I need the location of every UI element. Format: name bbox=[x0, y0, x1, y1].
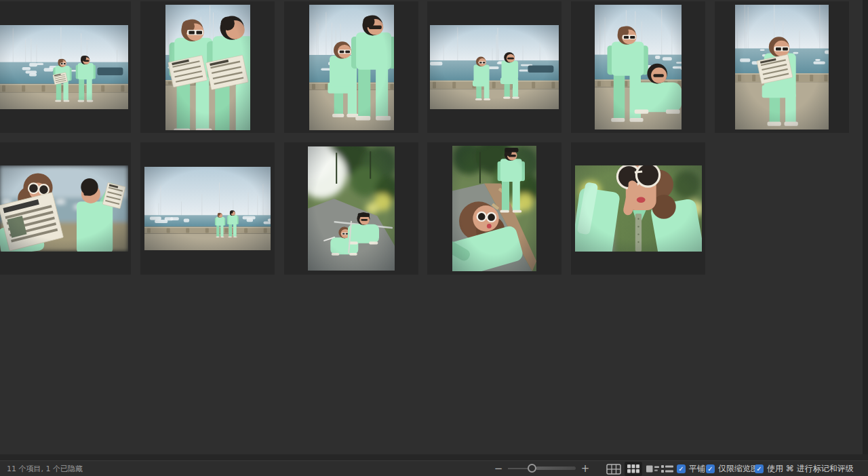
photo-cell[interactable] bbox=[284, 142, 418, 275]
checkbox-tile-label: 平铺 bbox=[689, 463, 705, 475]
photo-thumbnail bbox=[595, 5, 682, 130]
zoom-slider-track-left bbox=[508, 468, 528, 469]
checkmark-icon: ✓ bbox=[755, 464, 764, 473]
photo-cell[interactable] bbox=[427, 142, 561, 275]
photo-thumbnail bbox=[308, 146, 395, 271]
photo-cell[interactable] bbox=[715, 1, 849, 133]
checkbox-use-cmd-rating-label: 使用 ⌘ 进行标记和评级 bbox=[767, 463, 854, 475]
photo-cell[interactable] bbox=[0, 1, 131, 133]
zoom-out-button[interactable]: − bbox=[493, 461, 504, 476]
zoom-slider-track-right bbox=[536, 467, 576, 470]
photo-cell[interactable] bbox=[571, 142, 705, 275]
thumbnail-grid-icon bbox=[627, 464, 639, 473]
checkbox-thumbnails-only[interactable]: ✓ 仅限缩览图 bbox=[706, 461, 759, 476]
thumbnail-info-icon bbox=[646, 464, 659, 473]
grid-overlay-icon bbox=[606, 464, 621, 475]
photo-cell[interactable] bbox=[571, 1, 705, 133]
list-view-icon bbox=[661, 464, 673, 473]
checkmark-icon: ✓ bbox=[677, 464, 686, 473]
photo-cell[interactable] bbox=[0, 142, 131, 275]
thumbnail-grid bbox=[0, 0, 868, 454]
items-count-label: 11 个项目, 1 个已隐藏 bbox=[7, 464, 83, 474]
scrollbar-track[interactable] bbox=[863, 0, 868, 454]
view-list-button[interactable] bbox=[658, 462, 676, 476]
photo-thumbnail bbox=[735, 5, 829, 130]
photo-thumbnail bbox=[309, 5, 394, 130]
grid-overlay-button[interactable] bbox=[604, 462, 623, 476]
zoom-in-button[interactable]: + bbox=[580, 461, 591, 476]
checkbox-use-cmd-rating[interactable]: ✓ 使用 ⌘ 进行标记和评级 bbox=[755, 461, 854, 476]
photo-cell[interactable] bbox=[427, 1, 561, 133]
photo-cell[interactable] bbox=[140, 1, 275, 133]
photo-thumbnail bbox=[0, 25, 128, 109]
photo-cell[interactable] bbox=[140, 142, 275, 275]
thumbnail-zoom-control: − + bbox=[493, 461, 591, 476]
checkbox-tile[interactable]: ✓ 平铺 bbox=[677, 461, 705, 476]
status-bar: 11 个项目, 1 个已隐藏 − + bbox=[0, 460, 868, 476]
zoom-slider[interactable] bbox=[508, 461, 576, 476]
statusbar-divider bbox=[0, 454, 868, 460]
photo-cell[interactable] bbox=[284, 1, 418, 133]
photo-thumbnail bbox=[575, 165, 702, 252]
checkbox-thumbnails-only-label: 仅限缩览图 bbox=[718, 463, 759, 475]
photo-thumbnail bbox=[452, 146, 536, 271]
photo-thumbnail bbox=[0, 165, 128, 252]
photo-thumbnail bbox=[144, 167, 271, 250]
view-thumbnail-grid-button[interactable] bbox=[625, 462, 642, 476]
photo-thumbnail bbox=[165, 5, 250, 130]
photo-thumbnail bbox=[430, 25, 559, 109]
zoom-slider-knob[interactable] bbox=[528, 464, 536, 473]
checkmark-icon: ✓ bbox=[706, 464, 715, 473]
